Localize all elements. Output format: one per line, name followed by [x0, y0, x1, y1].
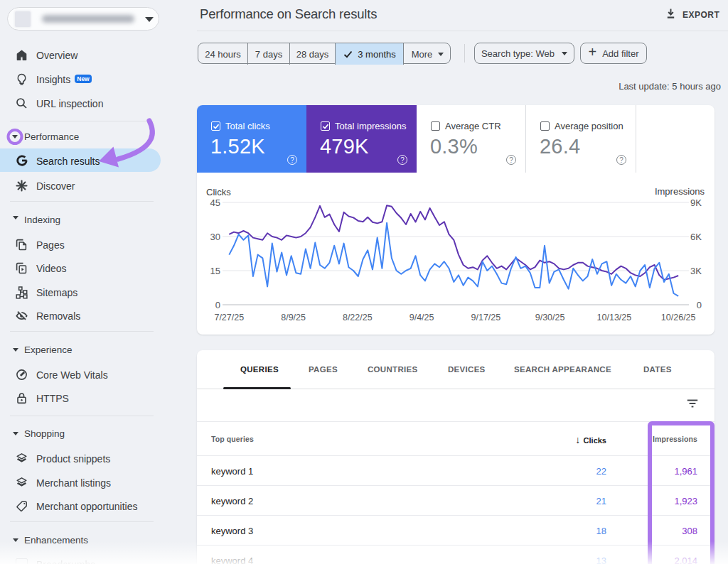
svg-text:45: 45	[210, 197, 220, 208]
svg-text:10/13/25: 10/13/25	[597, 313, 632, 322]
svg-text:15: 15	[210, 266, 220, 276]
svg-text:Clicks: Clicks	[206, 187, 231, 197]
svg-text:8/9/25: 8/9/25	[281, 313, 306, 322]
svg-text:Impressions: Impressions	[655, 186, 705, 197]
svg-text:0: 0	[215, 300, 220, 310]
svg-text:8/22/25: 8/22/25	[343, 313, 373, 322]
svg-text:9/30/25: 9/30/25	[535, 313, 565, 322]
svg-text:0: 0	[697, 300, 702, 310]
svg-text:10/26/25: 10/26/25	[661, 313, 696, 322]
svg-text:30: 30	[210, 232, 220, 242]
svg-text:9/4/25: 9/4/25	[410, 313, 434, 322]
svg-text:6K: 6K	[690, 232, 702, 242]
svg-text:7/27/25: 7/27/25	[214, 313, 244, 322]
svg-text:9K: 9K	[690, 197, 702, 208]
svg-text:9/17/25: 9/17/25	[471, 313, 501, 322]
svg-text:3K: 3K	[690, 266, 702, 276]
